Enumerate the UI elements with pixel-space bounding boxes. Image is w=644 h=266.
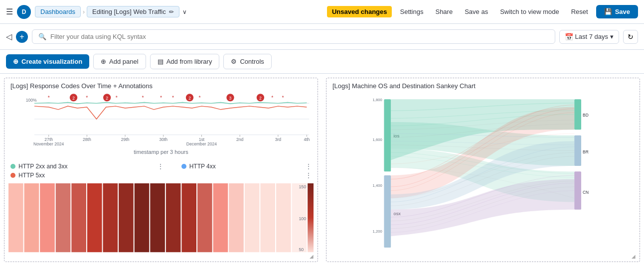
line-chart-svg: 100% 27th November 2 (10, 92, 312, 146)
legend-label-2xx: HTTP 2xx and 3xx (18, 163, 67, 170)
breadcrumb: Dashboards › Editing [Logs] Web Traffic … (35, 6, 187, 17)
line-chart-area: 100% 27th November 2 (4, 92, 318, 159)
svg-rect-45 (71, 183, 86, 252)
search-input[interactable] (50, 33, 549, 40)
unsaved-changes-badge: Unsaved changes (327, 6, 392, 17)
svg-rect-42 (24, 183, 39, 252)
legend-menu-4xx[interactable]: ⋮ (306, 163, 312, 170)
legend-menu-2xx[interactable]: ⋮ (158, 163, 163, 170)
legend-item-2xx: HTTP 2xx and 3xx (10, 163, 67, 170)
svg-text:*: * (160, 95, 162, 101)
legend-dot-4xx (181, 164, 186, 169)
save-button[interactable]: 💾 Save (596, 5, 638, 18)
create-visualization-button[interactable]: ⊕ Create visualization (6, 54, 89, 69)
svg-rect-51 (166, 183, 181, 252)
switch-mode-button[interactable]: Switch to view mode (496, 6, 563, 17)
add-circle-button[interactable]: + (16, 31, 28, 43)
legend-menu-5xx[interactable]: ⋮ (306, 172, 312, 179)
svg-rect-68 (384, 99, 391, 171)
toolbar: ◁ + 🔍 📅 Last 7 days ▾ ↻ (0, 24, 644, 50)
legend-item-5xx: HTTP 5xx (10, 172, 45, 179)
action-bar: ⊕ Create visualization ⊕ Add panel ▤ Add… (0, 50, 644, 74)
svg-text:28th: 28th (83, 137, 91, 142)
reset-area: Reset (567, 6, 592, 17)
svg-text:BR: BR (583, 149, 589, 154)
svg-text:30th: 30th (159, 137, 167, 142)
svg-text:4th: 4th (304, 137, 310, 142)
svg-rect-74 (574, 135, 581, 166)
svg-rect-48 (119, 183, 134, 252)
calendar-icon: 📅 (565, 33, 573, 41)
add-library-label: Add from library (166, 58, 212, 65)
svg-text:29th: 29th (121, 137, 130, 142)
legend-item-4xx: HTTP 4xx (181, 163, 216, 170)
svg-rect-56 (245, 183, 260, 252)
chevron-down-icon[interactable]: ∨ (182, 8, 187, 15)
add-from-library-button[interactable]: ▤ Add from library (150, 54, 220, 69)
svg-text:*: * (48, 95, 50, 101)
top-nav: ☰ D Dashboards › Editing [Logs] Web Traf… (0, 0, 644, 24)
svg-text:3rd: 3rd (275, 137, 282, 142)
svg-rect-70 (384, 175, 391, 248)
create-vis-label: Create visualization (21, 58, 82, 65)
svg-rect-49 (135, 183, 150, 252)
share-button[interactable]: Share (431, 6, 457, 17)
add-panel-button[interactable]: ⊕ Add panel (93, 54, 146, 69)
svg-rect-43 (40, 183, 55, 252)
svg-text:1,400: 1,400 (373, 183, 382, 188)
controls-button[interactable]: ⚙ Controls (223, 54, 271, 69)
time-range-label: Last 7 days (575, 33, 609, 40)
x-axis-label: timestamp per 3 hours (10, 149, 312, 155)
refresh-button[interactable]: ↻ (623, 30, 638, 44)
svg-text:*: * (271, 95, 273, 101)
svg-text:*: * (86, 95, 88, 101)
controls-icon: ⚙ (231, 58, 237, 65)
legend-dot-2xx (10, 164, 15, 169)
sidebar-toggle-button[interactable]: ◁ (6, 32, 12, 41)
panel2-resize-handle[interactable]: ◢ (632, 254, 638, 260)
svg-text:1,600: 1,600 (373, 137, 382, 142)
svg-rect-58 (276, 183, 291, 252)
panel1-title: [Logs] Response Codes Over Time + Annota… (4, 78, 318, 92)
svg-text:*: * (116, 95, 118, 101)
svg-text:2: 2 (259, 96, 262, 101)
svg-rect-50 (150, 183, 165, 252)
svg-text:2nd: 2nd (236, 137, 244, 142)
save-as-button[interactable]: Save as (461, 6, 492, 17)
save-label: Save (615, 8, 630, 15)
panel2-title: [Logs] Machine OS and Destination Sankey… (326, 78, 640, 92)
svg-rect-44 (56, 183, 71, 252)
editing-text: Editing [Logs] Web Traffic (92, 8, 166, 15)
add-panel-icon: ⊕ (101, 58, 106, 65)
time-picker-chevron: ▾ (610, 33, 614, 40)
avatar: D (17, 5, 31, 19)
heatmap-svg: 150 100 50 (8, 183, 314, 262)
svg-text:100: 100 (299, 216, 306, 221)
svg-text:*: * (172, 95, 174, 101)
svg-rect-54 (213, 183, 228, 252)
pencil-icon[interactable]: ✏ (169, 8, 174, 15)
settings-button[interactable]: Settings (396, 6, 427, 17)
svg-text:2: 2 (106, 96, 108, 101)
svg-rect-46 (87, 183, 102, 252)
reset-button[interactable]: Reset (567, 6, 592, 17)
svg-rect-55 (229, 183, 244, 252)
create-vis-icon: ⊕ (13, 58, 18, 65)
time-picker[interactable]: 📅 Last 7 days ▾ (559, 30, 620, 44)
panel1-resize-handle[interactable]: ◢ (310, 254, 316, 260)
heatmap-container: 150 100 50 (8, 183, 314, 262)
svg-text:100%: 100% (26, 98, 37, 103)
legend-label-4xx: HTTP 4xx (189, 163, 216, 170)
hamburger-icon[interactable]: ☰ (6, 7, 13, 16)
svg-rect-72 (574, 99, 581, 130)
library-icon: ▤ (158, 58, 163, 65)
svg-text:CN: CN (583, 190, 589, 195)
svg-rect-60 (308, 183, 314, 252)
svg-rect-76 (574, 171, 581, 209)
svg-text:3: 3 (229, 96, 232, 101)
dashboards-link[interactable]: Dashboards (35, 6, 81, 17)
svg-text:150: 150 (299, 184, 306, 189)
sankey-area: 1,800 1,600 1,400 1,200 ios osx BD BR (326, 92, 640, 259)
editing-label: Editing [Logs] Web Traffic ✏ (87, 6, 179, 17)
svg-rect-53 (197, 183, 212, 252)
